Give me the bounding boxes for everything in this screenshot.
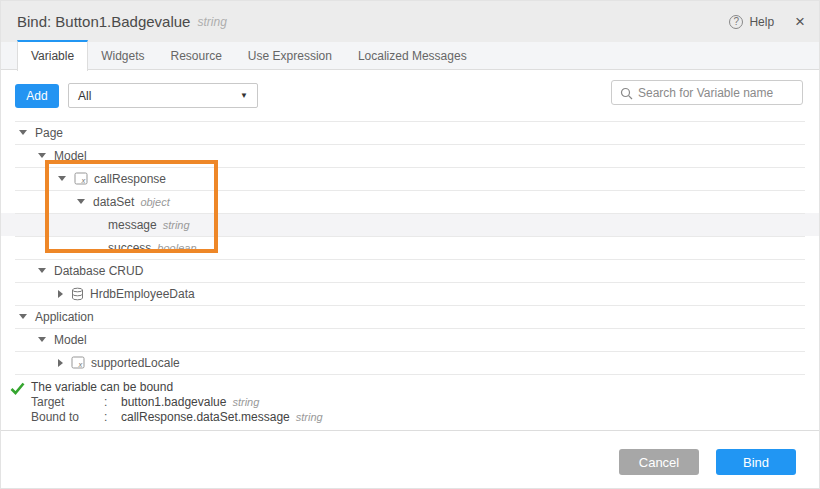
dialog-title: Bind: Button1.Badgevalue <box>17 13 190 30</box>
tree-row-label: Model <box>54 149 87 163</box>
tree-row-type: object <box>140 196 169 208</box>
tree-row-label: Application <box>35 310 94 324</box>
search-input[interactable] <box>638 81 798 104</box>
target-label: Target <box>31 395 104 410</box>
variable-icon: x <box>74 172 88 185</box>
dialog-header: Bind: Button1.Badgevalue string ? Help × <box>1 1 819 42</box>
svg-text:x: x <box>81 176 86 185</box>
database-icon <box>71 287 84 301</box>
bound-to-type: string <box>296 411 323 423</box>
chevron-down-icon[interactable] <box>38 153 46 158</box>
chevron-right-icon[interactable] <box>58 359 63 367</box>
toolbar: Add All ▼ <box>1 71 819 119</box>
header-actions: ? Help × <box>729 13 805 30</box>
search-icon <box>620 87 633 100</box>
filter-selected-value: All <box>78 89 91 103</box>
svg-text:x: x <box>78 360 83 369</box>
tree-row-label: success <box>108 241 151 255</box>
add-button[interactable]: Add <box>15 84 59 108</box>
chevron-down-icon: ▼ <box>240 91 248 100</box>
colon: : <box>104 395 121 410</box>
tree-row-page[interactable]: Page <box>1 121 819 144</box>
chevron-right-icon[interactable] <box>58 290 63 298</box>
status-target-row: Target:button1.badgevaluestring <box>31 395 819 410</box>
target-type: string <box>232 396 259 408</box>
status-message: The variable can be bound <box>31 375 819 395</box>
bind-button[interactable]: Bind <box>716 449 796 475</box>
dialog-title-type: string <box>197 15 226 29</box>
tab-widgets[interactable]: Widgets <box>88 42 157 69</box>
chevron-down-icon[interactable] <box>19 314 27 319</box>
tree-row-database-crud[interactable]: Database CRUD <box>1 259 819 282</box>
tree-row-message[interactable]: message string <box>1 213 819 236</box>
variable-icon: x <box>71 356 85 369</box>
tree-row-success[interactable]: success boolean <box>1 236 819 259</box>
variable-filter-select[interactable]: All ▼ <box>68 83 258 108</box>
tree-row-model[interactable]: Model <box>1 144 819 167</box>
binding-status-panel: The variable can be bound Target:button1… <box>1 375 819 430</box>
search-box <box>611 80 803 105</box>
tree-row-type: string <box>163 219 190 231</box>
success-check-icon <box>10 381 25 399</box>
tree-row-callresponse[interactable]: x callResponse <box>1 167 819 190</box>
bind-dialog: Bind: Button1.Badgevalue string ? Help ×… <box>0 0 820 489</box>
tab-bar: Variable Widgets Resource Use Expression… <box>1 42 819 70</box>
chevron-down-icon[interactable] <box>19 130 27 135</box>
help-button[interactable]: ? Help <box>729 15 774 29</box>
tree-row-label: supportedLocale <box>91 356 180 370</box>
colon: : <box>104 410 121 425</box>
tree-row-label: Database CRUD <box>54 264 143 278</box>
tab-localized-messages[interactable]: Localized Messages <box>345 42 480 69</box>
tab-variable[interactable]: Variable <box>17 40 88 71</box>
tab-resource[interactable]: Resource <box>158 42 235 69</box>
tree-row-label: HrdbEmployeeData <box>90 287 195 301</box>
chevron-down-icon[interactable] <box>38 268 46 273</box>
tree-row-label: dataSet <box>93 195 134 209</box>
chevron-down-icon[interactable] <box>38 337 46 342</box>
variable-tree: Page Model x callResponse dataSet object… <box>1 121 819 375</box>
tab-use-expression[interactable]: Use Expression <box>235 42 345 69</box>
help-icon[interactable]: ? <box>729 15 743 29</box>
bound-to-label: Bound to <box>31 410 104 425</box>
tree-row-label: Model <box>54 333 87 347</box>
chevron-down-icon[interactable] <box>58 176 66 181</box>
tree-row-label: Page <box>35 126 63 140</box>
dialog-footer: Cancel Bind <box>1 430 819 488</box>
close-icon[interactable]: × <box>795 13 805 30</box>
tree-row-label: callResponse <box>94 172 166 186</box>
target-value: button1.badgevalue <box>121 395 226 409</box>
help-label[interactable]: Help <box>749 15 774 29</box>
tree-row-supportedlocale[interactable]: x supportedLocale <box>1 351 819 374</box>
tree-row-label: message <box>108 218 157 232</box>
tree-row-dataset[interactable]: dataSet object <box>1 190 819 213</box>
chevron-down-icon[interactable] <box>77 199 85 204</box>
status-bound-row: Bound to:callResponse.dataSet.messagestr… <box>31 410 819 425</box>
bound-to-value: callResponse.dataSet.message <box>121 410 290 424</box>
cancel-button[interactable]: Cancel <box>619 449 699 475</box>
tree-row-app-model[interactable]: Model <box>1 328 819 351</box>
tree-row-type: boolean <box>157 242 196 254</box>
tree-row-application[interactable]: Application <box>1 305 819 328</box>
tree-row-hrdbemployeedata[interactable]: HrdbEmployeeData <box>1 282 819 305</box>
